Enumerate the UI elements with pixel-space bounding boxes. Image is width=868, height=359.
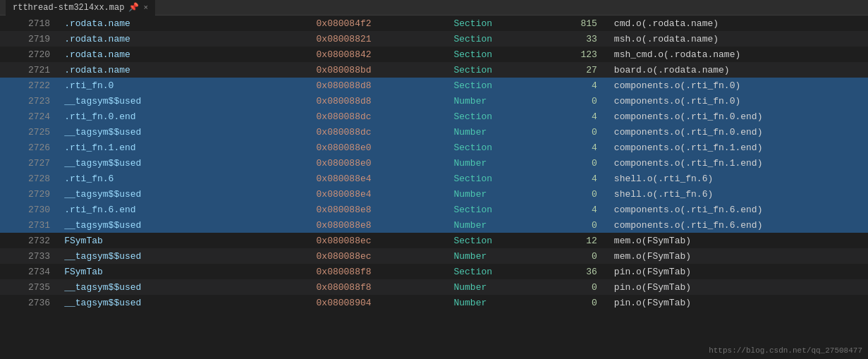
line-number: 2730 [0,202,59,217]
table-row[interactable]: 2732 FSymTab 0x080088ec Section 12 mem.o… [0,233,868,248]
symbol-addr: 0x080088e4 [311,171,448,186]
line-number: 2724 [0,109,59,124]
close-icon[interactable]: × [143,4,148,12]
symbol-addr: 0x080088f8 [311,264,448,279]
table-row[interactable]: 2720 .rodata.name 0x08008842 Section 123… [0,47,868,62]
symbol-addr: 0x08008821 [311,31,448,47]
symbol-size: 0 [551,295,609,310]
line-number: 2734 [0,264,59,279]
symbol-type: Number [448,279,551,295]
line-number: 2725 [0,124,59,140]
symbol-type: Number [448,295,551,310]
line-number: 2719 [0,31,59,47]
symbol-size: 0 [551,279,609,295]
symbol-size: 0 [551,93,609,109]
symbol-file: components.o(.rti_fn.6.end) [609,217,868,233]
table-row[interactable]: 2728 .rti_fn.6 0x080088e4 Section 4 shel… [0,171,868,186]
symbol-addr: 0x08008842 [311,47,448,62]
symbol-type: Section [448,47,551,62]
table-row[interactable]: 2725 __tagsym$$used 0x080088dc Number 0 … [0,124,868,140]
symbol-size: 36 [551,264,609,279]
symbol-size: 12 [551,233,609,248]
file-tab[interactable]: rtthread-stm32l4xx.map 📌 × [6,0,155,16]
symbol-type: Section [448,264,551,279]
symbol-addr: 0x080088d8 [311,78,448,93]
symbol-addr: 0x080088dc [311,124,448,140]
line-number: 2718 [0,16,59,31]
symbol-type: Section [448,31,551,47]
symbol-file: components.o(.rti_fn.0) [609,93,868,109]
symbol-name: .rti_fn.0.end [59,109,310,124]
symbol-addr: 0x080088e8 [311,217,448,233]
tab-label: rtthread-stm32l4xx.map [13,3,124,13]
symbol-addr: 0x080088e8 [311,202,448,217]
table-row[interactable]: 2735 __tagsym$$used 0x080088f8 Number 0 … [0,279,868,295]
symbol-type: Section [448,109,551,124]
table-row[interactable]: 2734 FSymTab 0x080088f8 Section 36 pin.o… [0,264,868,279]
symbol-type: Section [448,233,551,248]
line-number: 2729 [0,186,59,202]
symbol-name: __tagsym$$used [59,93,310,109]
symbol-size: 4 [551,171,609,186]
symbol-type: Section [448,140,551,155]
symbol-file: pin.o(FSymTab) [609,279,868,295]
symbol-name: .rodata.name [59,16,310,31]
symbol-addr: 0x080088dc [311,109,448,124]
symbol-type: Section [448,62,551,78]
symbol-size: 0 [551,248,609,264]
table-row[interactable]: 2721 .rodata.name 0x080088bd Section 27 … [0,62,868,78]
symbol-size: 0 [551,217,609,233]
table-row[interactable]: 2726 .rti_fn.1.end 0x080088e0 Section 4 … [0,140,868,155]
table-row[interactable]: 2727 __tagsym$$used 0x080088e0 Number 0 … [0,155,868,171]
map-table: 2718 .rodata.name 0x080084f2 Section 815… [0,16,868,310]
symbol-file: components.o(.rti_fn.0) [609,78,868,93]
symbol-name: .rti_fn.0 [59,78,310,93]
symbol-file: components.o(.rti_fn.6.end) [609,202,868,217]
symbol-addr: 0x080088d8 [311,93,448,109]
symbol-file: msh_cmd.o(.rodata.name) [609,47,868,62]
symbol-addr: 0x080088e0 [311,140,448,155]
table-row[interactable]: 2719 .rodata.name 0x08008821 Section 33 … [0,31,868,47]
table-row[interactable]: 2723 __tagsym$$used 0x080088d8 Number 0 … [0,93,868,109]
symbol-name: .rodata.name [59,62,310,78]
symbol-size: 0 [551,124,609,140]
table-row[interactable]: 2736 __tagsym$$used 0x08008904 Number 0 … [0,295,868,310]
symbol-type: Number [448,248,551,264]
line-number: 2731 [0,217,59,233]
symbol-file: pin.o(FSymTab) [609,295,868,310]
symbol-addr: 0x080088f8 [311,279,448,295]
symbol-name: __tagsym$$used [59,279,310,295]
table-row[interactable]: 2733 __tagsym$$used 0x080088ec Number 0 … [0,248,868,264]
table-row[interactable]: 2731 __tagsym$$used 0x080088e8 Number 0 … [0,217,868,233]
symbol-size: 4 [551,109,609,124]
table-row[interactable]: 2724 .rti_fn.0.end 0x080088dc Section 4 … [0,109,868,124]
table-row[interactable]: 2718 .rodata.name 0x080084f2 Section 815… [0,16,868,31]
symbol-type: Section [448,171,551,186]
symbol-file: components.o(.rti_fn.1.end) [609,155,868,171]
line-number: 2732 [0,233,59,248]
line-number: 2726 [0,140,59,155]
symbol-type: Section [448,202,551,217]
symbol-name: .rti_fn.1.end [59,140,310,155]
symbol-name: __tagsym$$used [59,124,310,140]
table-row[interactable]: 2730 .rti_fn.6.end 0x080088e8 Section 4 … [0,202,868,217]
symbol-name: .rodata.name [59,31,310,47]
map-table-container: 2718 .rodata.name 0x080084f2 Section 815… [0,16,868,310]
symbol-size: 4 [551,202,609,217]
line-number: 2721 [0,62,59,78]
table-row[interactable]: 2729 __tagsym$$used 0x080088e4 Number 0 … [0,186,868,202]
line-number: 2735 [0,279,59,295]
symbol-file: mem.o(FSymTab) [609,233,868,248]
symbol-name: FSymTab [59,233,310,248]
symbol-addr: 0x080084f2 [311,16,448,31]
symbol-name: .rodata.name [59,47,310,62]
symbol-file: pin.o(FSymTab) [609,264,868,279]
symbol-name: __tagsym$$used [59,217,310,233]
symbol-size: 0 [551,186,609,202]
line-number: 2727 [0,155,59,171]
pin-icon[interactable]: 📌 [128,2,139,13]
symbol-size: 4 [551,140,609,155]
watermark: https://blog.csdn.net/qq_27508477 [709,346,862,355]
symbol-size: 0 [551,155,609,171]
table-row[interactable]: 2722 .rti_fn.0 0x080088d8 Section 4 comp… [0,78,868,93]
